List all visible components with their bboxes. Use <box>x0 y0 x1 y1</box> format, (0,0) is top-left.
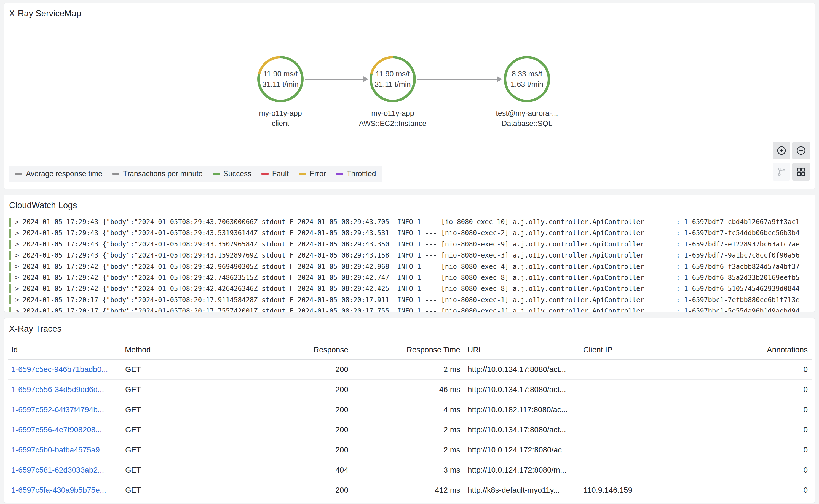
edge-arrow <box>417 79 497 80</box>
cell-id: 1-6597c592-64f37f4794b... <box>8 400 122 420</box>
cell-client_ip <box>580 360 698 379</box>
trace-id-link[interactable]: 1-6597c5ec-946b71badb0... <box>11 365 108 374</box>
expand-chevron-icon[interactable]: > <box>15 218 23 227</box>
legend-label: Error <box>309 170 326 178</box>
trace-id-link[interactable]: 1-6597c556-4e7f908208... <box>11 425 102 434</box>
node-metric: 31.11 t/min <box>374 79 411 90</box>
log-line-text: 2024-01-05 17:29:43 {"body":"2024-01-05T… <box>23 251 812 259</box>
service-node[interactable]: 11.90 ms/t31.11 t/min <box>257 56 304 102</box>
cell-method: GET <box>122 420 237 440</box>
cell-id: 1-6597c556-34d5d9dd6d... <box>8 380 122 400</box>
cell-response: 200 <box>237 380 352 400</box>
service-node[interactable]: 11.90 ms/t31.11 t/min <box>370 56 416 102</box>
cell-response_time: 2 ms <box>352 420 464 440</box>
cell-url: http://10.0.124.172:8080/m... <box>464 460 580 480</box>
node-metric: 11.90 ms/t <box>263 69 298 79</box>
tree-layout-icon <box>776 166 787 177</box>
logs-panel-title: CloudWatch Logs <box>9 200 77 210</box>
log-line-text: 2024-01-05 17:29:42 {"body":"2024-01-05T… <box>23 285 812 293</box>
legend-item: Transactions per minute <box>112 170 203 178</box>
zoom-out-button[interactable] <box>792 142 810 159</box>
column-header-response_time[interactable]: Response Time <box>352 341 464 359</box>
servicemap-panel-title: X-Ray ServiceMap <box>9 9 81 18</box>
expand-chevron-icon[interactable]: > <box>15 273 23 282</box>
legend-swatch <box>261 173 269 175</box>
legend-item: Error <box>299 170 326 178</box>
service-node-label: test@my-aurora-...Database::SQL <box>466 108 588 129</box>
expand-chevron-icon[interactable]: > <box>15 240 23 249</box>
expand-chevron-icon[interactable]: > <box>15 307 23 312</box>
cell-response: 404 <box>237 460 352 480</box>
traces-panel-title: X-Ray Traces <box>9 324 61 334</box>
cell-url: http://10.0.134.17:8080/act... <box>464 380 580 400</box>
log-line-text: 2024-01-05 17:29:43 {"body":"2024-01-05T… <box>23 240 812 248</box>
cell-id: 1-6597c5ec-946b71badb0... <box>8 360 122 379</box>
table-row: 1-6597c556-4e7f908208...GET2002 mshttp:/… <box>8 420 812 440</box>
column-header-client_ip[interactable]: Client IP <box>580 341 698 359</box>
cell-annotations: 0 <box>698 480 812 500</box>
log-line-text: 2024-01-05 17:20:17 {"body":"2024-01-05T… <box>23 307 812 312</box>
legend-swatch <box>299 173 306 175</box>
cell-url: http://10.0.182.117:8080/ac... <box>464 400 580 420</box>
column-header-url[interactable]: URL <box>464 341 580 359</box>
trace-id-link[interactable]: 1-6597c592-64f37f4794b... <box>11 405 104 414</box>
cell-client_ip <box>580 380 698 400</box>
grid-layout-button[interactable] <box>792 163 810 181</box>
cell-url: http://10.0.134.17:8080/act... <box>464 420 580 440</box>
expand-chevron-icon[interactable]: > <box>15 262 23 271</box>
cell-url: http://k8s-default-myo11y... <box>464 480 580 500</box>
log-row[interactable]: >2024-01-05 17:29:42 {"body":"2024-01-05… <box>9 272 812 283</box>
column-header-response[interactable]: Response <box>237 341 352 359</box>
service-map-legend: Average response timeTransactions per mi… <box>9 166 382 182</box>
cell-response_time: 4 ms <box>352 400 464 420</box>
log-line-text: 2024-01-05 17:29:43 {"body":"2024-01-05T… <box>23 229 812 237</box>
cell-method: GET <box>122 440 237 460</box>
legend-swatch <box>213 173 220 175</box>
log-level-bar <box>9 295 11 304</box>
log-row[interactable]: >2024-01-05 17:29:42 {"body":"2024-01-05… <box>9 283 812 294</box>
cell-response_time: 2 ms <box>352 440 464 460</box>
edge-arrow <box>305 79 364 80</box>
log-row[interactable]: >2024-01-05 17:29:43 {"body":"2024-01-05… <box>9 216 812 227</box>
xray-servicemap-panel: X-Ray ServiceMap 11.90 ms/t31.11 t/minmy… <box>4 3 815 189</box>
cell-id: 1-6597c581-62d3033ab2... <box>8 460 122 480</box>
legend-swatch <box>112 173 119 175</box>
service-node-metrics: 11.90 ms/t31.11 t/min <box>370 56 416 102</box>
trace-id-link[interactable]: 1-6597c5fa-430a9b5b75e... <box>11 486 106 494</box>
log-level-bar <box>9 251 11 260</box>
expand-chevron-icon[interactable]: > <box>15 295 23 304</box>
column-header-annotations[interactable]: Annotations <box>698 341 812 359</box>
column-header-method[interactable]: Method <box>122 341 237 359</box>
log-row[interactable]: >2024-01-05 17:20:17 {"body":"2024-01-05… <box>9 294 812 305</box>
node-label-line: my-o11y-app <box>332 108 453 119</box>
log-row[interactable]: >2024-01-05 17:20:17 {"body":"2024-01-05… <box>9 305 812 312</box>
table-row: 1-6597c5ec-946b71badb0...GET2002 mshttp:… <box>8 360 812 380</box>
log-row[interactable]: >2024-01-05 17:29:43 {"body":"2024-01-05… <box>9 239 812 250</box>
tree-layout-button[interactable] <box>773 163 790 181</box>
log-row[interactable]: >2024-01-05 17:29:43 {"body":"2024-01-05… <box>9 227 812 238</box>
log-line-text: 2024-01-05 17:29:43 {"body":"2024-01-05T… <box>23 218 812 226</box>
cell-response: 200 <box>237 400 352 420</box>
legend-label: Average response time <box>26 170 102 178</box>
trace-id-link[interactable]: 1-6597c581-62d3033ab2... <box>11 466 104 474</box>
trace-id-link[interactable]: 1-6597c556-34d5d9dd6d... <box>11 385 104 394</box>
log-level-bar <box>9 307 11 312</box>
cell-response: 200 <box>237 420 352 440</box>
log-line-text: 2024-01-05 17:20:17 {"body":"2024-01-05T… <box>23 296 812 304</box>
cell-annotations: 0 <box>698 440 812 460</box>
node-metric: 1.63 t/min <box>511 79 544 90</box>
expand-chevron-icon[interactable]: > <box>15 229 23 238</box>
service-node[interactable]: 8.33 ms/t1.63 t/min <box>504 56 550 102</box>
zoom-in-button[interactable] <box>773 142 790 159</box>
column-header-id[interactable]: Id <box>8 341 122 359</box>
node-label-line: Database::SQL <box>466 119 588 129</box>
trace-id-link[interactable]: 1-6597c5b0-bafba4575a9... <box>11 446 106 454</box>
log-row[interactable]: >2024-01-05 17:29:42 {"body":"2024-01-05… <box>9 261 812 272</box>
expand-chevron-icon[interactable]: > <box>15 284 23 293</box>
table-row: 1-6597c5b0-bafba4575a9...GET2002 mshttp:… <box>8 440 812 460</box>
cell-id: 1-6597c5fa-430a9b5b75e... <box>8 480 122 500</box>
cell-annotations: 0 <box>698 360 812 379</box>
cell-client_ip: 110.9.146.159 <box>580 480 698 500</box>
expand-chevron-icon[interactable]: > <box>15 251 23 260</box>
log-row[interactable]: >2024-01-05 17:29:43 {"body":"2024-01-05… <box>9 250 812 261</box>
